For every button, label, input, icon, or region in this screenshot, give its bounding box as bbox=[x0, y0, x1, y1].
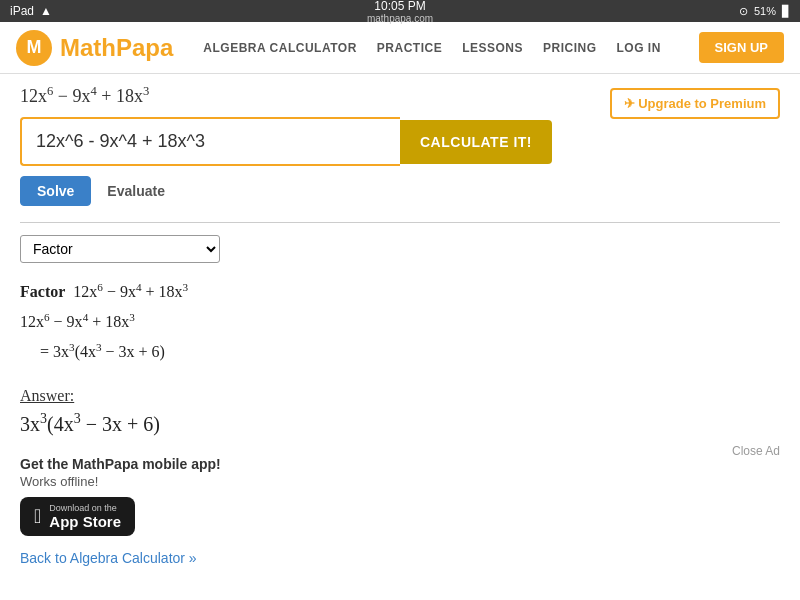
calculate-button[interactable]: CALCULATE IT! bbox=[400, 120, 552, 164]
close-ad-button[interactable]: Close Ad bbox=[732, 444, 780, 458]
battery-icon: ▊ bbox=[782, 5, 790, 18]
download-on-label: Download on the bbox=[49, 503, 121, 513]
step-factor-label: Factor 12x6 − 9x4 + 18x3 bbox=[20, 277, 780, 307]
wifi-icon: ▲ bbox=[40, 4, 52, 18]
app-store-name-label: App Store bbox=[49, 513, 121, 530]
app-promo-title: Get the MathPapa mobile app! bbox=[20, 456, 780, 472]
answer-label: Answer: bbox=[20, 387, 780, 405]
nav-links: ALGEBRA CALCULATOR PRACTICE LESSONS PRIC… bbox=[203, 41, 698, 55]
status-bar: iPad ▲ 10:05 PM mathpapa.com ⊙ 51% ▊ bbox=[0, 0, 800, 22]
factor-select[interactable]: Factor bbox=[20, 235, 220, 263]
answer-value: 3x3(4x3 − 3x + 6) bbox=[20, 411, 780, 436]
app-promo: Get the MathPapa mobile app! Works offli… bbox=[20, 456, 780, 536]
back-to-calculator-link[interactable]: Back to Algebra Calculator » bbox=[20, 550, 780, 566]
main-content: ✈ Upgrade to Premium 12x6 − 9x4 + 18x3 C… bbox=[0, 74, 800, 576]
step-expression: 12x6 − 9x4 + 18x3 bbox=[20, 307, 780, 337]
logo-icon: M bbox=[16, 30, 52, 66]
device-label: iPad bbox=[10, 4, 34, 18]
nav-right: SIGN UP bbox=[699, 32, 784, 63]
nav-lessons[interactable]: LESSONS bbox=[462, 41, 523, 55]
signup-button[interactable]: SIGN UP bbox=[699, 32, 784, 63]
apple-icon:  bbox=[34, 505, 41, 528]
calculator-input[interactable] bbox=[20, 117, 400, 166]
upgrade-button[interactable]: ✈ Upgrade to Premium bbox=[610, 88, 780, 119]
battery-label: 51% bbox=[754, 5, 776, 17]
app-promo-subtitle: Works offline! bbox=[20, 474, 780, 489]
logo-text: MathPapa bbox=[60, 34, 173, 62]
app-store-button[interactable]:  Download on the App Store bbox=[20, 497, 135, 536]
tab-evaluate[interactable]: Evaluate bbox=[91, 176, 181, 206]
nav-login[interactable]: LOG IN bbox=[617, 41, 661, 55]
nav-algebra-calculator[interactable]: ALGEBRA CALCULATOR bbox=[203, 41, 356, 55]
nav-practice[interactable]: PRACTICE bbox=[377, 41, 442, 55]
wifi-signal-icon: ⊙ bbox=[739, 5, 748, 18]
nav-pricing[interactable]: PRICING bbox=[543, 41, 597, 55]
answer-section: Answer: 3x3(4x3 − 3x + 6) bbox=[20, 387, 780, 436]
input-row: CALCULATE IT! bbox=[20, 117, 610, 166]
app-store-text: Download on the App Store bbox=[49, 503, 121, 530]
status-site: mathpapa.com bbox=[367, 13, 433, 24]
nav-bar: M MathPapa ALGEBRA CALCULATOR PRACTICE L… bbox=[0, 22, 800, 74]
tab-row: Solve Evaluate bbox=[20, 176, 780, 206]
status-time: 10:05 PM bbox=[367, 0, 433, 13]
step-result: = 3x3(4x3 − 3x + 6) bbox=[20, 337, 780, 367]
divider bbox=[20, 222, 780, 223]
logo-area: M MathPapa bbox=[16, 30, 173, 66]
math-steps: Factor 12x6 − 9x4 + 18x3 12x6 − 9x4 + 18… bbox=[20, 277, 780, 367]
tab-solve[interactable]: Solve bbox=[20, 176, 91, 206]
